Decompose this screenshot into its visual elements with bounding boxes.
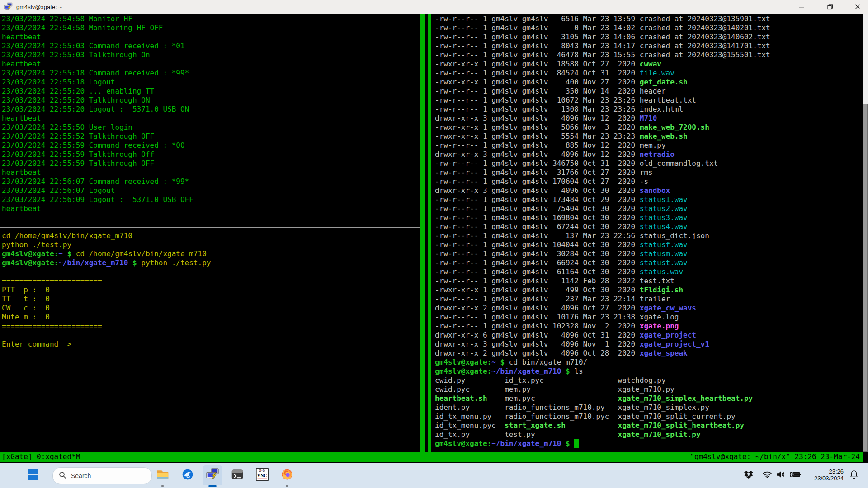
tray-time: 23:26 (804, 468, 844, 475)
terminal-row: -rwxr-xr-x 1 gm4slv gm4slv 18588 Oct 27 … (435, 60, 862, 69)
taskbar-item-putty[interactable] (203, 465, 222, 485)
terminal-row: -rw-r--r-- 1 gm4slv gm4slv 350 Nov 14 20… (435, 87, 862, 96)
tray-dropbox[interactable] (742, 469, 755, 482)
terminal-row: -rw-r--r-- 1 gm4slv gm4slv 84524 Oct 31 … (435, 69, 862, 78)
terminal-row: -rwxr-xr-x 1 gm4slv gm4slv 5554 Mar 23 2… (435, 132, 862, 141)
terminal-row: cwid.pyc mem.py xgate_m710.py (435, 385, 862, 394)
terminal-row: -rw-r--r-- 1 gm4slv gm4slv 885 Nov 12 20… (435, 141, 862, 150)
terminal-row: 23/03/2024 22:55:50 User login (2, 123, 420, 132)
running-indicator (286, 485, 288, 487)
terminal-right-pane[interactable]: -rw-r--r-- 1 gm4slv gm4slv 6516 Mar 23 1… (435, 14, 862, 448)
terminal-row: -rw-r--r-- 1 gm4slv gm4slv 102328 Nov 2 … (435, 322, 862, 331)
taskbar-item-windows-terminal[interactable] (227, 465, 247, 485)
terminal-row: -rw-r--r-- 1 gm4slv gm4slv 0 Mar 23 14:0… (435, 23, 862, 33)
statusbar-session-info: [xGate] 0:xgated*M (2, 452, 80, 462)
terminal-row: drwxr-xr-x 3 gm4slv gm4slv 4096 Nov 1 20… (435, 340, 862, 349)
terminal-row: Mute m : 0 (2, 313, 420, 322)
tray-clock[interactable]: 23:26 23/03/2024 (804, 465, 844, 482)
terminal-left-pane[interactable]: 23/03/2024 22:54:58 Monitor HF23/03/2024… (2, 14, 420, 349)
terminal-row: -rw-r--r-- 1 gm4slv gm4slv 67244 Oct 30 … (435, 222, 862, 231)
statusbar-host-clock: "gm4slv@xgate: ~/bin/x" 23:26 23-Mar-24 (690, 452, 860, 462)
windows-taskbar: Search (0, 463, 868, 488)
terminal-row: -rw-r--r-- 1 gm4slv gm4slv 1308 Mar 23 2… (435, 105, 862, 114)
terminal-row: -rw-r--r-- 1 gm4slv gm4slv 30284 Oct 30 … (435, 249, 862, 258)
terminal-row: drwxr-xr-x 3 gm4slv gm4slv 4096 Nov 12 2… (435, 150, 862, 159)
window-titlebar[interactable]: gm4slv@xgate: ~ (0, 0, 868, 14)
terminal-row (2, 222, 420, 231)
terminal-row: -rw-r--r-- 1 gm4slv gm4slv 8043 Mar 23 1… (435, 42, 862, 51)
terminal-scrollbar[interactable] (863, 14, 868, 452)
minimize-button[interactable] (791, 0, 812, 14)
terminal-row: heartbeat (2, 60, 420, 69)
terminal-row: ======================= (2, 322, 420, 331)
terminal-row: -rw-r--r-- 1 gm4slv gm4slv 173484 Oct 29… (435, 195, 862, 204)
windows-terminal-icon (231, 468, 244, 483)
terminal-row: -rw-r--r-- 1 gm4slv gm4slv 66924 Oct 30 … (435, 258, 862, 267)
terminal-row: 23/03/2024 22:55:18 Command received : *… (2, 69, 420, 78)
pane-divider (428, 14, 431, 452)
terminal-row: id_tx_menu.pyc start_xgate.sh xgate_m710… (435, 421, 862, 430)
terminal-row: heartbeat (2, 204, 420, 213)
terminal-row: drwxr-xr-x 3 gm4slv gm4slv 4096 Nov 12 2… (435, 114, 862, 123)
terminal-row: -rw-r--r-- 1 gm4slv gm4slv 3105 Mar 23 1… (435, 33, 862, 42)
terminal-row: heartbeat (2, 33, 420, 42)
volume-icon (776, 470, 786, 480)
svg-text:VNC: VNC (257, 473, 267, 478)
terminal-row: drwxr-xr-x 3 gm4slv gm4slv 4096 Oct 30 2… (435, 186, 862, 195)
terminal-row: -rw-r--r-- 1 gm4slv gm4slv 10672 Mar 23 … (435, 96, 862, 105)
active-indicator (208, 485, 217, 487)
terminal-row: -rw-r--r-- 1 gm4slv gm4slv 170604 Oct 27… (435, 177, 862, 186)
terminal-row: -rw-r--r-- 1 gm4slv gm4slv 169804 Oct 30… (435, 213, 862, 222)
terminal-row: 23/03/2024 22:55:03 Command received : *… (2, 42, 420, 51)
start-button[interactable] (26, 469, 40, 482)
terminal-row: heartbeat (2, 168, 420, 177)
taskbar-item-file-explorer[interactable] (153, 465, 173, 485)
terminal-row: TT t : 0 (2, 295, 420, 304)
terminal-row: 23/03/2024 22:55:52 Talkthrough OFF (2, 132, 420, 141)
search-icon (59, 471, 66, 481)
tray-date: 23/03/2024 (804, 475, 844, 482)
terminal-row: ident.py radio_functions_m710.py xgate_m… (435, 403, 862, 412)
close-button[interactable] (847, 0, 868, 14)
windows-logo-icon (27, 469, 39, 482)
taskbar-item-thunderbird[interactable] (178, 465, 198, 485)
firefox-icon (281, 468, 293, 483)
dropbox-icon (744, 470, 753, 481)
screen-statusbar: [xGate] 0:xgated*M "gm4slv@xgate: ~/bin/… (0, 452, 863, 462)
notification-center-button[interactable] (847, 469, 861, 482)
terminal-row: 23/03/2024 22:55:18 Logout (2, 78, 420, 87)
terminal-row: -rwxr-xr-x 1 gm4slv gm4slv 499 Oct 30 20… (435, 286, 862, 295)
tray-volume[interactable] (774, 469, 788, 482)
notifications-bell-icon (850, 470, 858, 481)
terminal-row: -rw-r--r-- 1 gm4slv gm4slv 31766 Oct 27 … (435, 168, 862, 177)
tray-battery[interactable] (788, 469, 803, 482)
terminal-row: drwxr-xr-x 2 gm4slv gm4slv 4096 Oct 27 2… (435, 304, 862, 313)
terminal-row: id_tx_menu.py radio_functions_m710.pyc x… (435, 412, 862, 421)
terminal-row: 23/03/2024 22:55:20 Logout : 5371.0 USB … (2, 105, 420, 114)
file-explorer-icon (156, 468, 169, 483)
tray-wifi[interactable] (760, 469, 774, 482)
terminal-row: drwxr-xr-x 6 gm4slv gm4slv 4096 Oct 31 2… (435, 331, 862, 340)
terminal-row: -rwxr-xr-x 1 gm4slv gm4slv 5066 Nov 3 20… (435, 123, 862, 132)
window-title: gm4slv@xgate: ~ (16, 4, 62, 10)
terminal-row: gm4slv@xgate:~/bin/xgate_m710 $ ls (435, 367, 862, 376)
terminal-row: 23/03/2024 22:55:20 Talkthrough ON (2, 96, 420, 105)
terminal-row: 23/03/2024 22:56:07 Command received : *… (2, 177, 420, 186)
terminal-row: id_tx.py test.py xgate_m710_split.py (435, 430, 862, 439)
pane-divider (420, 14, 425, 452)
terminal-row: 23/03/2024 22:54:58 Monitoring HF OFF (2, 23, 420, 33)
putty-app-icon (4, 2, 13, 11)
terminal-row: drwxr-xr-x 2 gm4slv gm4slv 4096 Oct 28 2… (435, 349, 862, 358)
terminal-row: -rw-r--r-- 1 gm4slv gm4slv 6516 Mar 23 1… (435, 14, 862, 23)
terminal-row: python ./test.py (2, 240, 420, 249)
taskbar-item-firefox[interactable] (277, 465, 297, 485)
terminal-row: -rw-r--r-- 1 gm4slv gm4slv 46478 Mar 23 … (435, 51, 862, 60)
battery-charging-icon (789, 471, 801, 480)
restore-button[interactable] (820, 0, 840, 14)
terminal-row: -rw-r--r-- 1 gm4slv gm4slv 75404 Oct 30 … (435, 204, 862, 213)
search-input[interactable]: Search (52, 467, 152, 484)
taskbar-item-vnc-viewer[interactable]: VNC (252, 465, 272, 485)
desktop: { "window": { "title": "gm4slv@xgate: ~"… (0, 0, 868, 488)
scrollbar-thumb[interactable] (863, 104, 868, 452)
vnc-viewer-icon: VNC (256, 468, 269, 483)
